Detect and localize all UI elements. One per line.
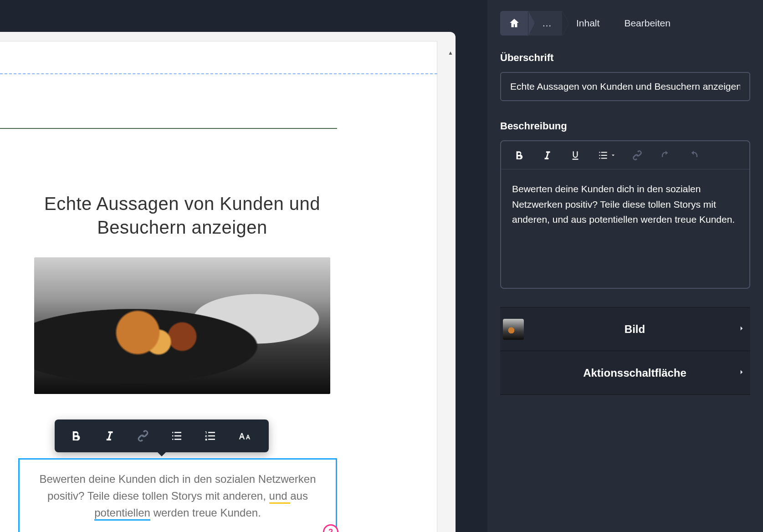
text-size-icon: [237, 429, 251, 443]
testimonial-block[interactable]: Echte Aussagen von Kunden und Besuchern …: [27, 192, 337, 394]
side-panel: … Inhalt Bearbeiten Überschrift Beschrei…: [487, 0, 763, 532]
spell-warning-und[interactable]: und: [269, 490, 291, 504]
ordered-list-icon: [204, 429, 217, 443]
scrollbar[interactable]: ▲: [446, 48, 456, 531]
issue-count-badge[interactable]: 2: [323, 524, 338, 532]
section-guide: [0, 73, 437, 74]
rte-list-dropdown[interactable]: [596, 148, 617, 163]
italic-icon: [102, 429, 116, 443]
scroll-up-icon[interactable]: ▲: [446, 48, 456, 58]
rte-redo-button[interactable]: [686, 148, 702, 163]
link-icon: [136, 429, 150, 443]
rich-text-editor: Bewerten deine Kunden dich in den sozial…: [500, 140, 750, 289]
redo-icon: [688, 149, 700, 161]
underline-icon: [569, 149, 581, 161]
breadcrumb-inhalt[interactable]: Inhalt: [563, 11, 610, 36]
bold-icon: [513, 149, 525, 161]
selected-description[interactable]: Bewerten deine Kunden dich in den sozial…: [18, 458, 337, 532]
list-icon: [597, 149, 609, 161]
canvas-frame: ▲ Echte Aussagen von Kunden und Besucher…: [0, 32, 456, 532]
text-size-button[interactable]: [228, 422, 261, 450]
rte-underline-button[interactable]: [568, 148, 583, 163]
italic-button[interactable]: [93, 422, 126, 450]
description-label: Beschreibung: [500, 120, 750, 132]
divider: [0, 128, 337, 129]
toolbar-tail: [157, 452, 166, 456]
chevron-right-icon: [737, 368, 746, 378]
accordion-action-label: Aktionsschaltfläche: [532, 367, 737, 379]
unordered-list-button[interactable]: [160, 422, 193, 450]
bold-button[interactable]: [59, 422, 92, 450]
description-text[interactable]: Bewerten deine Kunden dich in den sozial…: [38, 471, 317, 522]
preview-image[interactable]: [34, 257, 330, 394]
heading-input[interactable]: [500, 72, 750, 101]
breadcrumb: … Inhalt Bearbeiten: [500, 11, 750, 36]
dropdown-icon: [610, 153, 616, 158]
ordered-list-button[interactable]: [194, 422, 227, 450]
rte-toolbar: [501, 141, 749, 169]
undo-icon: [660, 149, 671, 161]
breadcrumb-home[interactable]: [500, 11, 528, 36]
list-icon: [170, 429, 184, 443]
accordion-image-label: Bild: [532, 323, 737, 336]
rte-textarea[interactable]: Bewerten deine Kunden dich in den sozial…: [501, 169, 749, 288]
link-button[interactable]: [127, 422, 159, 450]
preview-title[interactable]: Echte Aussagen von Kunden und Besuchern …: [27, 192, 337, 239]
link-icon: [631, 149, 643, 161]
inline-text-toolbar: [55, 419, 269, 452]
italic-icon: [541, 149, 553, 161]
accordion-action-button[interactable]: Aktionsschaltfläche: [500, 351, 750, 395]
bold-icon: [69, 429, 82, 443]
grammar-warning-potentiellen[interactable]: potentiellen: [94, 506, 150, 521]
desc-part-3: werden treue Kunden.: [154, 506, 261, 519]
chevron-right-icon: [737, 324, 746, 334]
heading-label: Überschrift: [500, 52, 750, 64]
rte-italic-button[interactable]: [539, 148, 555, 163]
rte-bold-button[interactable]: [511, 148, 527, 163]
breadcrumb-bearbeiten[interactable]: Bearbeiten: [610, 11, 681, 36]
rte-link-button[interactable]: [630, 148, 645, 163]
desc-part-2: aus: [290, 490, 308, 502]
home-icon: [508, 17, 520, 29]
accordion: Bild Aktionsschaltfläche: [500, 307, 750, 395]
image-thumbnail: [503, 319, 524, 340]
editor-canvas: ▲ Echte Aussagen von Kunden und Besucher…: [0, 0, 487, 532]
rte-undo-button[interactable]: [658, 148, 673, 163]
canvas-page[interactable]: Echte Aussagen von Kunden und Besuchern …: [0, 41, 437, 532]
accordion-image[interactable]: Bild: [500, 307, 750, 351]
